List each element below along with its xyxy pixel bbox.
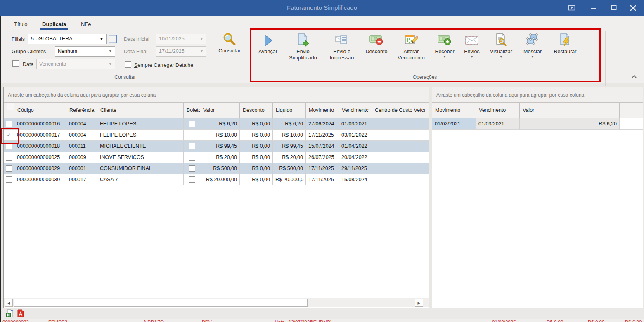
row-select-checkbox[interactable] — [6, 143, 12, 149]
row-select-checkbox[interactable]: ✓ — [6, 132, 12, 138]
chevron-down-icon: ▼ — [99, 34, 104, 44]
alterar-vencimento-button[interactable]: Alterar Vencimento — [392, 29, 430, 61]
boleto-checkbox[interactable] — [189, 154, 195, 161]
filiais-checkbox[interactable] — [109, 35, 117, 43]
header-valor[interactable]: Valor — [520, 103, 620, 118]
table-row[interactable]: ✓000000000000017000004FELIPE LOPES.R$ 10… — [4, 130, 429, 141]
ribbon-collapse-button[interactable] — [629, 73, 639, 80]
cell-referencia: 000001 — [66, 163, 97, 174]
avancar-button[interactable]: Avançar — [253, 29, 283, 55]
cell-boleto — [184, 118, 200, 129]
table-row[interactable]: 000000000000025000009INOVE SERVIÇOSR$ 20… — [4, 152, 429, 163]
select-all-checkbox[interactable] — [7, 103, 14, 110]
consultar-button[interactable]: Consultar — [214, 31, 245, 54]
header-liquido[interactable]: Liquido — [273, 103, 306, 118]
header-valor[interactable]: Valor — [200, 103, 240, 118]
row-select-checkbox[interactable] — [6, 165, 12, 172]
status-strip — [1, 308, 644, 319]
clipped-text: R$ 6,00 — [547, 320, 563, 322]
header-referencia[interactable]: Referência — [66, 103, 97, 118]
cell-centro-custo — [372, 174, 425, 185]
cell-vencimento: 15/08/2024 — [339, 174, 372, 185]
chevron-down-icon: ▼ — [109, 59, 112, 69]
boleto-checkbox[interactable] — [189, 143, 195, 149]
consultar-group-label: Consultar — [3, 74, 247, 80]
cell-vencimento: 03/01/2022 — [339, 130, 372, 140]
envio-simplificado-button[interactable]: Envio Simplificado — [283, 29, 323, 61]
table-row[interactable]: 01/02/202101/03/2021R$ 6,20 — [432, 118, 643, 130]
table-row[interactable]: 000000000000018000011MICHAEL CLIENTER$ 9… — [4, 141, 429, 152]
close-button[interactable] — [626, 2, 640, 13]
tab-nfe[interactable]: NFe — [79, 19, 93, 30]
duplicatas-grid-panel: Arraste um cabeçalho da coluna aqui para… — [3, 87, 429, 308]
grupo-clientes-select[interactable]: Nenhum ▼ — [55, 46, 115, 57]
cell-liquido: R$ 99,45 — [273, 141, 306, 152]
scroll-right-icon[interactable]: ▶ — [415, 299, 423, 307]
cell-movimento: 15/07/2024 — [306, 141, 339, 152]
data-final-value: 17/11/2025 — [159, 48, 185, 54]
boleto-checkbox[interactable] — [189, 165, 195, 172]
clipped-text: 0000000033 — [2, 320, 29, 322]
restaurar-button[interactable]: Restaurar — [547, 29, 583, 55]
row-select-checkbox[interactable] — [6, 154, 12, 161]
header-centro-custo[interactable]: Centro de Custo Veícu — [372, 103, 425, 118]
header-boleto[interactable]: Boletc — [184, 103, 200, 118]
excel-export-icon[interactable] — [6, 309, 14, 317]
cell-referencia: 000004 — [66, 118, 97, 129]
envios-button[interactable]: Envios ▼ — [459, 29, 485, 59]
minimize-button[interactable] — [586, 2, 600, 13]
sempre-carregar-checkbox[interactable] — [125, 61, 131, 68]
row-select-checkbox[interactable] — [6, 176, 12, 183]
envio-impressao-button[interactable]: Envio e Impressão — [323, 29, 361, 61]
chevron-down-icon: ▼ — [200, 47, 204, 56]
header-vencimento[interactable]: Vencimento — [476, 103, 520, 118]
minimize-icon — [590, 5, 596, 11]
header-movimento[interactable]: Movimento — [432, 103, 476, 118]
boleto-checkbox[interactable] — [189, 121, 195, 127]
header-vencimento[interactable]: Vencimentc — [339, 103, 372, 118]
select-all-header[interactable] — [4, 103, 14, 118]
header-cliente[interactable]: Cliente — [97, 103, 184, 118]
sempre-carregar-label: Sempre Carregar Detalhe — [134, 60, 193, 70]
cell-vencimento: 01/04/2022 — [339, 141, 372, 152]
row-select-checkbox[interactable] — [6, 121, 12, 127]
receber-button[interactable]: Receber ▼ — [430, 29, 459, 59]
cell-vencimento: 20/04/2022 — [339, 152, 372, 163]
left-grid-hscrollbar[interactable]: ◀ ▶ — [4, 298, 429, 307]
envelope-icon — [464, 32, 479, 47]
right-groupby-bar[interactable]: Arraste um cabeçalho da coluna aqui para… — [432, 87, 643, 103]
table-row[interactable]: 000000000000016000004FELIPE LOPES.R$ 6,2… — [4, 118, 429, 130]
calendar-pencil-icon — [404, 32, 418, 47]
filiais-select[interactable]: 5 - GLOBALTERA ▼ — [28, 34, 107, 44]
data-checkbox[interactable] — [12, 60, 19, 67]
header-desconto[interactable]: Desconto — [240, 103, 273, 118]
tab-duplicata[interactable]: Duplicata — [40, 19, 68, 30]
scroll-left-icon[interactable]: ◀ — [5, 299, 13, 307]
visualizar-button[interactable]: Visualizar ▼ — [485, 29, 518, 59]
table-row[interactable]: 000000000000029000001CONSUMIDOR FINALR$ … — [4, 163, 429, 174]
cell-boleto — [184, 141, 200, 152]
left-groupby-bar[interactable]: Arraste um cabeçalho da coluna aqui para… — [4, 87, 429, 103]
cell-movimento: 17/11/2025 — [306, 130, 339, 140]
table-row[interactable]: 000000000000030000017CASA 7R$ 20.000,00R… — [4, 174, 429, 185]
maximize-button[interactable] — [607, 2, 621, 13]
pdf-export-icon[interactable] — [17, 309, 25, 317]
cell-movimento: 17/11/2025 — [306, 163, 339, 174]
tab-titulo[interactable]: Título — [12, 19, 29, 30]
clipped-text: Nota — [275, 320, 284, 322]
money-plus-icon — [437, 32, 452, 47]
row-select-cell: ✓ — [4, 130, 14, 140]
header-movimento[interactable]: Movimento — [306, 103, 339, 118]
boleto-checkbox[interactable] — [189, 132, 195, 138]
mesclar-button[interactable]: Mesclar ▼ — [518, 29, 547, 59]
cell-vencimento: 29/11/2025 — [339, 163, 372, 174]
header-codigo[interactable]: Código — [14, 103, 66, 118]
desconto-button[interactable]: Desconto — [361, 29, 392, 55]
close-icon — [630, 5, 636, 11]
cell-vencimento: 01/03/2021 — [339, 118, 372, 129]
cell-codigo: 000000000000029 — [14, 163, 66, 174]
boleto-checkbox[interactable] — [189, 176, 195, 183]
merge-shapes-icon — [525, 32, 540, 47]
hscroll-thumb[interactable] — [14, 299, 308, 307]
pin-top-button[interactable] — [565, 2, 579, 13]
